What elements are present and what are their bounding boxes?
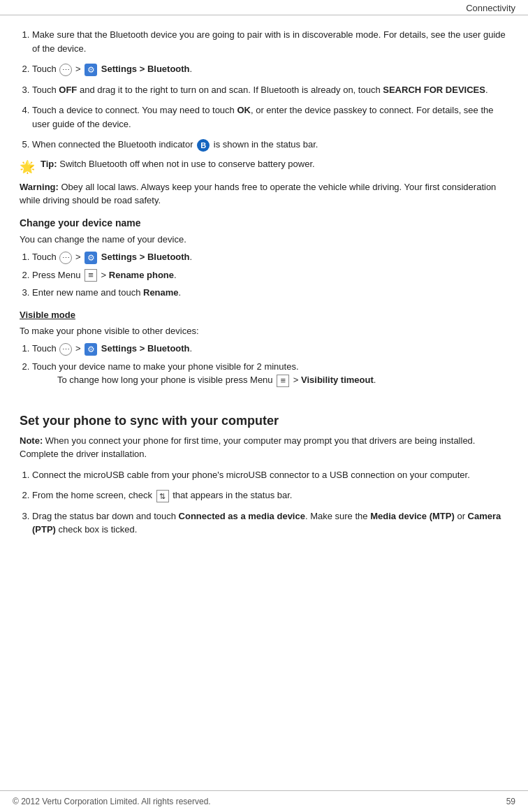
tip-text: Tip: Switch Bluetooth off when not in us… <box>41 159 315 169</box>
visible-step-1: Touch > Settings > Bluetooth. <box>32 342 508 356</box>
change-name-heading: Change your device name <box>20 217 508 229</box>
change-step-2: Press Menu > Rename phone. <box>32 268 508 282</box>
warning-text: Warning: Obey all local laws. Always kee… <box>20 182 496 206</box>
step-2-touch: Touch <box>32 64 59 74</box>
usb-status-icon <box>156 490 169 502</box>
change-step-3: Enter new name and touch Rename. <box>32 286 508 300</box>
menu-icon-2 <box>277 375 289 387</box>
apps-icon-2 <box>59 252 72 264</box>
menu-icon-1 <box>85 269 97 282</box>
footer-page-number: 59 <box>506 797 515 806</box>
step-2-gt1: > <box>75 64 83 74</box>
visible-mode-heading: Visible mode <box>20 310 508 320</box>
step-5: When connected the Bluetooth indicator i… <box>32 138 508 152</box>
tip-block: 🌟 Tip: Switch Bluetooth off when not in … <box>20 159 508 175</box>
note-block: Note: When you connect your phone for fi… <box>20 434 508 461</box>
sync-step-2: From the home screen, check that appears… <box>32 488 508 502</box>
bluetooth-steps: Make sure that the Bluetooth device you … <box>32 28 508 152</box>
change-name-intro: You can change the name of your device. <box>20 233 508 247</box>
sync-heading: Set your phone to sync with your compute… <box>20 414 508 428</box>
spacer <box>20 391 508 401</box>
sync-steps: Connect the microUSB cable from your pho… <box>32 468 508 537</box>
footer: © 2012 Vertu Corporation Limited. All ri… <box>0 790 528 812</box>
sync-step-1: Connect the microUSB cable from your pho… <box>32 468 508 482</box>
header-bar: Connectivity <box>0 0 528 15</box>
step-1-text: Make sure that the Bluetooth device you … <box>32 29 506 54</box>
bluetooth-indicator-icon <box>197 139 210 152</box>
header-title: Connectivity <box>466 3 515 13</box>
visible-mode-steps: Touch > Settings > Bluetooth. Touch your… <box>32 342 508 387</box>
step-4: Touch a device to connect. You may need … <box>32 103 508 131</box>
visible-mode-intro: To make your phone visible to other devi… <box>20 324 508 338</box>
apps-icon-3 <box>59 343 72 356</box>
tip-icon: 🌟 <box>20 159 35 175</box>
change-step-1: Touch > Settings > Bluetooth. <box>32 250 508 264</box>
sync-step-1-text: Connect the microUSB cable from your pho… <box>32 470 470 480</box>
settings-icon-1 <box>85 64 97 76</box>
step-2-bold: Settings > Bluetooth <box>101 64 190 74</box>
main-content: Make sure that the Bluetooth device you … <box>0 15 528 586</box>
step-1: Make sure that the Bluetooth device you … <box>32 28 508 55</box>
step-3: Touch OFF and drag it to the right to tu… <box>32 83 508 97</box>
footer-copyright: © 2012 Vertu Corporation Limited. All ri… <box>13 797 211 806</box>
apps-icon <box>59 64 72 76</box>
warning-block: Warning: Obey all local laws. Always kee… <box>20 180 508 208</box>
settings-icon-3 <box>85 343 97 356</box>
visible-step-2-sub: To change how long your phone is visible… <box>57 373 508 387</box>
settings-icon-2 <box>85 252 97 264</box>
change-name-steps: Touch > Settings > Bluetooth. Press Menu… <box>32 250 508 300</box>
sync-step-3: Drag the status bar down and touch Conne… <box>32 509 508 537</box>
step-2: Touch > Settings > Bluetooth. <box>32 62 508 76</box>
visible-step-2: Touch your device name to make your phon… <box>32 360 508 387</box>
